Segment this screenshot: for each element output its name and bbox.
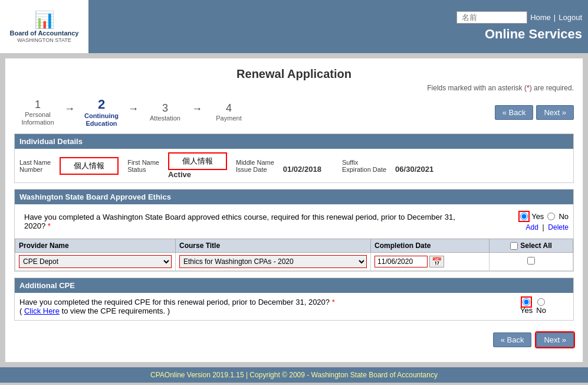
cpe-no-radio[interactable]	[537, 298, 545, 306]
step-4: 4 Payment	[205, 102, 252, 122]
last-name-box: 個人情報	[60, 157, 119, 175]
first-name-label: First Name	[127, 159, 159, 166]
select-all-header: Select All	[493, 242, 569, 250]
first-name-group: First Name Status	[127, 159, 159, 173]
row-checkbox-cell	[490, 253, 573, 271]
step-2-num: 2	[98, 97, 105, 112]
cpe-yes-wrap: Yes	[520, 298, 533, 315]
cpe-paren-close: )	[167, 306, 170, 315]
issue-date-group: 01/02/2018	[283, 158, 321, 174]
ethics-table: Provider Name Course Title Completion Da…	[15, 239, 573, 271]
step-1: 1 PersonalInformation	[14, 99, 61, 126]
step-4-label: Payment	[216, 115, 241, 122]
step-1-num: 1	[35, 99, 41, 111]
cpe-click-here-row: ( Click Here to view the CPE requirement…	[19, 306, 335, 315]
main-content: Renewal Application Fields marked with a…	[5, 58, 583, 363]
ethics-no-label: No	[559, 212, 569, 221]
logout-link[interactable]: Logout	[559, 13, 582, 22]
bottom-nav: « Back Next »	[14, 327, 574, 353]
last-name-group: Last Name Number	[19, 159, 51, 173]
bottom-back-button[interactable]: « Back	[493, 332, 532, 347]
provider-cell: CPE Depot Another Provider	[15, 253, 176, 271]
cpe-question-row: Have you completed the required CPE for …	[15, 293, 573, 320]
cpe-click-here[interactable]: Click Here	[24, 306, 60, 315]
col-completion: Completion Date	[371, 239, 490, 253]
suffix-label: Suffix	[342, 159, 386, 166]
header-nav: Home | Logout	[456, 11, 582, 24]
suffix-group: Suffix Expiration Date	[342, 159, 386, 173]
select-all-label: Select All	[520, 242, 552, 250]
arrow-3: →	[192, 103, 202, 122]
arrow-2: →	[128, 103, 139, 122]
cpe-no-wrap: No	[536, 298, 546, 315]
cpe-header: Additional CPE	[15, 278, 573, 293]
first-name-box: 個人情報	[168, 152, 227, 170]
date-input[interactable]	[375, 256, 428, 267]
bottom-next-button[interactable]: Next »	[536, 332, 574, 347]
issue-date-label: Issue Date	[236, 166, 274, 173]
delete-link[interactable]: Delete	[548, 223, 569, 231]
home-link[interactable]: Home	[530, 13, 551, 22]
cpe-requirements-text: to view the CPE requirements.	[62, 306, 166, 315]
step-3-num: 3	[162, 102, 168, 115]
top-header: 📊 Board of Accountancy WASHINGTON STATE …	[0, 0, 588, 53]
nav-separator: |	[554, 13, 556, 22]
add-link[interactable]: Add	[526, 223, 538, 231]
steps-nav: « Back Next »	[495, 105, 574, 120]
cpe-yes-label: Yes	[520, 306, 533, 315]
name-input[interactable]	[456, 11, 527, 24]
expiration-date-group: 06/30/2021	[395, 158, 433, 174]
ethics-yes-label: Yes	[531, 212, 544, 221]
cpe-question-content: Have you completed the required CPE for …	[19, 298, 330, 306]
expiration-date-value: 06/30/2021	[395, 165, 433, 174]
course-select[interactable]: Ethics for Washington CPAs - 2020 Other …	[179, 255, 367, 268]
ethics-question-content: Have you completed a Washington State Bo…	[24, 213, 455, 230]
cpe-no-label: No	[536, 306, 546, 315]
status-value: Active	[168, 170, 227, 179]
ethics-section: Washington State Board Approved Ethics H…	[14, 189, 574, 272]
ethics-yes-no-row: Yes No	[520, 212, 569, 221]
steps-row: 1 PersonalInformation → 2 ContinuingEduc…	[14, 97, 574, 128]
logo-subtext: WASHINGTON STATE	[17, 37, 71, 43]
row-checkbox[interactable]	[527, 257, 535, 265]
arrow-1: →	[64, 103, 75, 122]
last-name-label: Last Name	[19, 159, 51, 166]
col-selectall: Select All	[490, 239, 573, 253]
individual-details-section: Individual Details Last Name Number 個人情報…	[14, 133, 574, 183]
table-row: CPE Depot Another Provider Ethics for Wa…	[15, 253, 573, 271]
individual-details-header: Individual Details	[15, 134, 573, 149]
provider-select[interactable]: CPE Depot Another Provider	[19, 255, 172, 268]
ethics-no-radio[interactable]	[547, 213, 555, 220]
ethics-asterisk: *	[48, 221, 51, 230]
select-all-checkbox[interactable]	[510, 242, 518, 250]
first-name-box-wrap: 個人情報 Active	[168, 152, 227, 179]
step-3: 3 Attestation	[142, 102, 189, 122]
logo-icon: 📊	[34, 10, 55, 30]
ethics-radio-group: Yes No Add | Delete	[480, 212, 569, 231]
step-3-label: Attestation	[150, 115, 180, 122]
ethics-yes-radio[interactable]	[520, 213, 528, 220]
logo-text: Board of Accountancy	[10, 30, 79, 37]
cpe-radios-row: Yes No	[520, 298, 546, 315]
issue-date-value: 01/02/2018	[283, 165, 321, 174]
cpe-asterisk: *	[332, 298, 335, 306]
step-2: 2 ContinuingEducation	[78, 97, 125, 128]
additional-cpe-section: Additional CPE Have you completed the re…	[14, 278, 574, 321]
step-2-label: ContinuingEducation	[84, 112, 119, 128]
col-provider: Provider Name	[15, 239, 176, 253]
cpe-yes-radio[interactable]	[523, 298, 530, 306]
step-4-num: 4	[226, 102, 232, 115]
status-label: Status	[127, 166, 159, 173]
middle-name-value	[283, 158, 321, 165]
calendar-icon[interactable]: 📅	[429, 256, 444, 267]
suffix-value	[395, 158, 433, 165]
completion-cell: 📅	[371, 253, 490, 271]
top-next-button[interactable]: Next »	[536, 105, 574, 120]
col-course: Course Title	[175, 239, 370, 253]
header-right: Home | Logout Online Services	[456, 11, 588, 42]
details-row: Last Name Number 個人情報 First Name Status …	[15, 149, 573, 182]
middle-name-label: Middle Name	[236, 159, 274, 166]
middle-name-group: Middle Name Issue Date	[236, 159, 274, 173]
top-back-button[interactable]: « Back	[495, 105, 534, 120]
cpe-paren-open: (	[19, 306, 22, 315]
